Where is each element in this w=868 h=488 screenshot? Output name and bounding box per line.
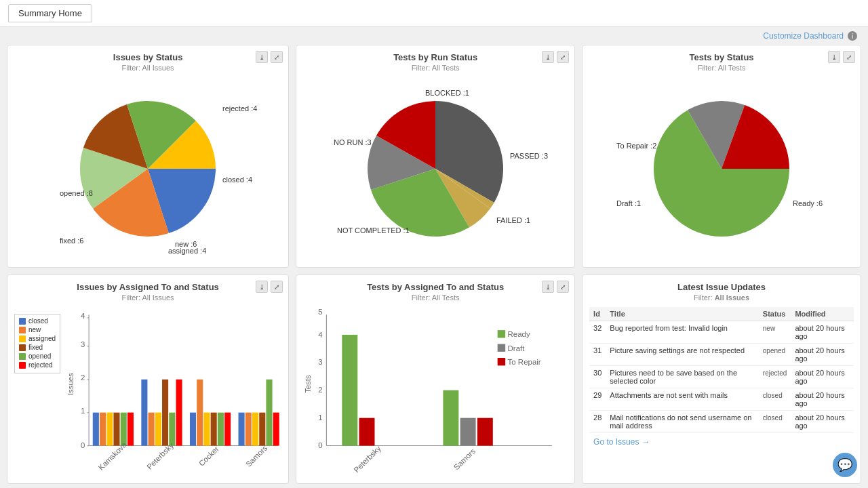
table-row: 30 Pictures need to be save based on the…	[589, 366, 854, 388]
dashboard-grid: Issues by Status Filter: All Issues ⤓ ⤢	[0, 45, 868, 488]
legend-rejected: rejected	[19, 361, 56, 369]
svg-rect-37	[259, 413, 265, 446]
svg-text:3: 3	[81, 340, 85, 348]
widget-issues-by-status-icons: ⤓ ⤢	[256, 51, 283, 63]
cell-title: Attachments are not sent with mails	[606, 388, 758, 411]
widget-expand-icon-4[interactable]: ⤢	[271, 281, 283, 293]
widget-issues-assigned-filter: Filter: All Issues	[14, 293, 281, 302]
tests-status-svg: To Repair :2 Draft :1 Ready :6	[633, 81, 810, 257]
svg-rect-14	[100, 413, 106, 446]
widget-save-icon-5[interactable]: ⤓	[542, 281, 554, 293]
legend-label-closed: closed	[28, 317, 48, 325]
label-blocked: BLOCKED :1	[425, 89, 469, 97]
cell-status: closed	[759, 411, 791, 433]
tests-bar-svg: 0 1 2 3 4 5 Tests Peterbsky Samors Rea	[303, 307, 568, 476]
tests-run-pie: BLOCKED :1 PASSED :3 FAILED :1 NOT COMPL…	[303, 77, 568, 260]
table-row: 29 Attachments are not sent with mails c…	[589, 388, 854, 411]
svg-text:To Repair: To Repair	[508, 358, 541, 366]
svg-rect-32	[224, 413, 231, 446]
widget-expand-icon-3[interactable]: ⤢	[843, 51, 855, 63]
label-ready: Ready :6	[793, 199, 823, 207]
issues-bar-svg: 0 1 2 3 4 Issues Kamskova	[66, 307, 281, 476]
legend-color-closed	[19, 318, 26, 325]
table-row: 32 Bug reported from test: Invalid login…	[589, 321, 854, 344]
widget-expand-icon[interactable]: ⤢	[271, 51, 283, 63]
svg-text:0: 0	[318, 441, 322, 449]
legend-opened: opened	[19, 352, 56, 360]
legend-label-new: new	[28, 326, 41, 333]
tests-status-pie: To Repair :2 Draft :1 Ready :6	[589, 77, 854, 260]
cell-title: Picture saving settings are not respecte…	[606, 344, 758, 366]
legend-fixed: fixed	[19, 344, 56, 351]
svg-rect-59	[498, 344, 505, 352]
widget-tests-run-filter: Filter: All Tests	[303, 64, 568, 72]
label-no-run: NO RUN :3	[334, 138, 372, 146]
tests-assigned-chart-area: 0 1 2 3 4 5 Tests Peterbsky Samors Rea	[303, 307, 568, 476]
label-not-completed: NOT COMPLETED :1	[337, 226, 410, 235]
label-opened: opened :8	[60, 189, 93, 197]
svg-text:Issues: Issues	[66, 373, 75, 395]
label-draft: Draft :1	[616, 199, 641, 207]
cell-id: 28	[589, 411, 606, 433]
issues-table-body: 32 Bug reported from test: Invalid login…	[589, 321, 854, 433]
svg-rect-39	[273, 413, 279, 446]
col-title: Title	[606, 307, 758, 321]
go-to-issues-link[interactable]: Go to Issues →	[589, 433, 854, 448]
svg-rect-22	[155, 413, 161, 446]
chat-button[interactable]: 💬	[833, 453, 857, 477]
legend-color-assigned	[19, 336, 26, 342]
svg-rect-55	[477, 418, 493, 446]
svg-rect-30	[211, 413, 217, 446]
widget-expand-icon-5[interactable]: ⤢	[557, 281, 569, 293]
svg-rect-24	[169, 413, 175, 446]
widget-issues-by-status-title: Issues by Status	[14, 52, 281, 62]
svg-text:4: 4	[81, 312, 85, 320]
svg-text:Samors: Samors	[452, 447, 477, 471]
label-closed: closed :4	[222, 176, 252, 184]
summary-home-tab[interactable]: Summary Home	[8, 4, 92, 22]
filter-value: All Issues	[715, 293, 749, 302]
svg-rect-35	[245, 413, 252, 446]
issues-by-status-pie: rejected :4 closed :4 new :6 opened :8 f…	[14, 77, 281, 260]
widget-tests-status-title: Tests by Status	[589, 52, 854, 62]
widget-issues-assigned-icons: ⤓ ⤢	[256, 281, 283, 293]
widget-tests-run-icons: ⤓ ⤢	[542, 51, 569, 63]
svg-rect-38	[266, 380, 272, 446]
widget-latest-issues: Latest Issue Updates Filter: All Issues …	[582, 274, 861, 484]
widget-save-icon-2[interactable]: ⤓	[542, 51, 554, 63]
widget-save-icon-4[interactable]: ⤓	[256, 281, 268, 293]
svg-text:Cocker: Cocker	[197, 445, 220, 468]
widget-tests-assigned-icons: ⤓ ⤢	[542, 281, 569, 293]
top-bar: Summary Home	[0, 0, 868, 27]
svg-text:2: 2	[81, 373, 85, 382]
issues-table-header: Id Title Status Modified	[589, 307, 854, 321]
svg-rect-61	[498, 358, 505, 365]
svg-text:Ready: Ready	[508, 330, 530, 338]
widget-save-icon[interactable]: ⤓	[256, 51, 268, 63]
svg-text:Tests: Tests	[304, 375, 313, 393]
info-icon: i	[848, 31, 857, 41]
svg-rect-50	[342, 335, 358, 446]
svg-rect-57	[498, 330, 505, 338]
svg-rect-15	[106, 413, 113, 446]
label-assigned: assigned :4	[168, 247, 206, 255]
customize-dashboard-link[interactable]: Customize Dashboard	[763, 31, 844, 41]
widget-issues-by-status: Issues by Status Filter: All Issues ⤓ ⤢	[7, 45, 289, 268]
svg-text:2: 2	[318, 386, 322, 394]
cell-status: closed	[759, 388, 791, 411]
svg-rect-53	[443, 390, 459, 446]
go-to-issues-text: Go to Issues	[593, 437, 639, 447]
widget-tests-by-assigned: Tests by Assigned To and Status Filter: …	[296, 274, 575, 484]
cell-status: rejected	[759, 366, 791, 388]
svg-rect-29	[203, 413, 210, 446]
cell-modified: about 20 hours ago	[791, 366, 854, 388]
svg-rect-51	[359, 418, 375, 446]
widget-expand-icon-2[interactable]: ⤢	[557, 51, 569, 63]
widget-latest-title: Latest Issue Updates	[589, 282, 854, 292]
svg-rect-16	[113, 413, 119, 446]
legend-new: new	[19, 326, 56, 333]
widget-save-icon-3[interactable]: ⤓	[828, 51, 840, 63]
svg-text:5: 5	[318, 308, 322, 316]
svg-text:0: 0	[81, 441, 85, 449]
legend-color-opened	[19, 353, 26, 360]
